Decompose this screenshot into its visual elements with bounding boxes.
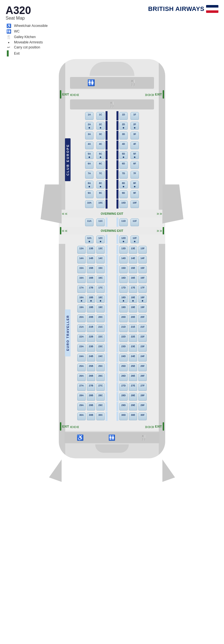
seat-27F[interactable]: 27F: [138, 383, 147, 391]
seat-15B[interactable]: 15B: [87, 265, 95, 273]
seat-26B[interactable]: 26B: [87, 373, 95, 381]
seat-8D[interactable]: 8D: [119, 181, 128, 188]
seat-11A[interactable]: 11A: [85, 218, 94, 226]
seat-4C[interactable]: 4C: [96, 141, 105, 149]
seat-25C[interactable]: 25C: [96, 363, 105, 371]
seat-26D[interactable]: 26D: [119, 373, 128, 381]
seat-21E[interactable]: 21E: [129, 324, 137, 332]
seat-30A[interactable]: 30A: [77, 412, 86, 420]
seat-10A[interactable]: 10A: [85, 200, 94, 208]
seat-11D[interactable]: 11D: [119, 218, 128, 226]
seat-21B[interactable]: 21B: [87, 324, 95, 332]
seat-1A[interactable]: 1A: [85, 112, 94, 120]
seat-3D[interactable]: 3D: [119, 132, 128, 139]
seat-9F[interactable]: 9F: [130, 190, 139, 198]
seat-18A[interactable]: 18A: [77, 295, 86, 303]
seat-30B[interactable]: 30B: [87, 412, 95, 420]
seat-8A[interactable]: 8A: [85, 181, 94, 188]
seat-17A[interactable]: 17A: [77, 285, 86, 293]
seat-26C[interactable]: 26C: [96, 373, 105, 381]
seat-29E[interactable]: 29E: [129, 403, 137, 410]
seat-7A[interactable]: 7A: [85, 171, 94, 179]
seat-23B[interactable]: 23B: [87, 344, 95, 352]
seat-28A[interactable]: 28A: [77, 393, 86, 401]
seat-16A[interactable]: 16A: [77, 275, 86, 283]
seat-14F[interactable]: 14F: [138, 256, 147, 263]
seat-14C[interactable]: 14C: [96, 256, 105, 263]
seat-24E[interactable]: 24E: [129, 354, 137, 361]
seat-10F[interactable]: 10F: [130, 200, 139, 208]
seat-28E[interactable]: 28E: [129, 393, 137, 401]
seat-23A[interactable]: 23A: [77, 344, 86, 352]
seat-24D[interactable]: 24D: [119, 354, 128, 361]
seat-17B[interactable]: 17B: [87, 285, 95, 293]
seat-17F[interactable]: 17F: [138, 285, 147, 293]
seat-19D[interactable]: 19D: [119, 305, 128, 312]
seat-15E[interactable]: 15E: [129, 265, 137, 273]
seat-2F[interactable]: 2F: [130, 122, 139, 130]
seat-30C[interactable]: 30C: [96, 412, 105, 420]
seat-24A[interactable]: 24A: [77, 354, 86, 361]
seat-11F[interactable]: 11F: [130, 218, 139, 226]
seat-26F[interactable]: 26F: [138, 373, 147, 381]
seat-10D[interactable]: 10D: [119, 200, 128, 208]
seat-21C[interactable]: 21C: [96, 324, 105, 332]
seat-25B[interactable]: 25B: [87, 363, 95, 371]
seat-27D[interactable]: 27D: [119, 383, 128, 391]
seat-4D[interactable]: 4D: [119, 141, 128, 149]
seat-22D[interactable]: 22D: [119, 334, 128, 342]
seat-3C[interactable]: 3C: [96, 132, 105, 139]
seat-5A[interactable]: 5A: [85, 151, 94, 159]
seat-6C[interactable]: 6C: [96, 161, 105, 169]
seat-28B[interactable]: 28B: [87, 393, 95, 401]
seat-21D[interactable]: 21D: [119, 324, 128, 332]
seat-30E[interactable]: 30E: [129, 412, 137, 420]
seat-24C[interactable]: 24C: [96, 354, 105, 361]
seat-12F[interactable]: 12F: [130, 235, 139, 243]
seat-16C[interactable]: 16C: [96, 275, 105, 283]
seat-14B[interactable]: 14B: [87, 256, 95, 263]
seat-24F[interactable]: 24F: [138, 354, 147, 361]
seat-23D[interactable]: 23D: [119, 344, 128, 352]
seat-3F[interactable]: 3F: [130, 132, 139, 139]
seat-16E[interactable]: 16E: [129, 275, 137, 283]
seat-13F[interactable]: 13F: [138, 246, 147, 254]
seat-19A[interactable]: 19A: [77, 305, 86, 312]
seat-20F[interactable]: 20F: [138, 314, 147, 322]
seat-18F[interactable]: 18F: [138, 295, 147, 303]
seat-10C[interactable]: 10C: [96, 200, 105, 208]
seat-22F[interactable]: 22F: [138, 334, 147, 342]
seat-2C[interactable]: 2C: [96, 122, 105, 130]
seat-18E[interactable]: 18E: [129, 295, 137, 303]
seat-7D[interactable]: 7D: [119, 171, 128, 179]
seat-7F[interactable]: 7F: [130, 171, 139, 179]
seat-3A[interactable]: 3A: [85, 132, 94, 139]
seat-14A[interactable]: 14A: [77, 256, 86, 263]
seat-18D[interactable]: 18D: [119, 295, 128, 303]
seat-13E[interactable]: 13E: [129, 246, 137, 254]
seat-5F[interactable]: 5F: [130, 151, 139, 159]
seat-11C[interactable]: 11C: [96, 218, 105, 226]
seat-13A[interactable]: 13A: [77, 246, 86, 254]
seat-16B[interactable]: 16B: [87, 275, 95, 283]
seat-23E[interactable]: 23E: [129, 344, 137, 352]
seat-19B[interactable]: 19B: [87, 305, 95, 312]
seat-22A[interactable]: 22A: [77, 334, 86, 342]
seat-6D[interactable]: 6D: [119, 161, 128, 169]
seat-9A[interactable]: 9A: [85, 190, 94, 198]
seat-17D[interactable]: 17D: [119, 285, 128, 293]
seat-27A[interactable]: 27A: [77, 383, 86, 391]
seat-21F[interactable]: 21F: [138, 324, 147, 332]
seat-2D[interactable]: 2D: [119, 122, 128, 130]
seat-12D[interactable]: 12D: [119, 235, 128, 243]
seat-2A[interactable]: 2A: [85, 122, 94, 130]
seat-5D[interactable]: 5D: [119, 151, 128, 159]
seat-8C[interactable]: 8C: [96, 181, 105, 188]
seat-29F[interactable]: 29F: [138, 403, 147, 410]
seat-26E[interactable]: 26E: [129, 373, 137, 381]
seat-28C[interactable]: 28C: [96, 393, 105, 401]
seat-29C[interactable]: 29C: [96, 403, 105, 410]
seat-30D[interactable]: 30D: [119, 412, 128, 420]
seat-30F[interactable]: 30F: [138, 412, 147, 420]
seat-26A[interactable]: 26A: [77, 373, 86, 381]
